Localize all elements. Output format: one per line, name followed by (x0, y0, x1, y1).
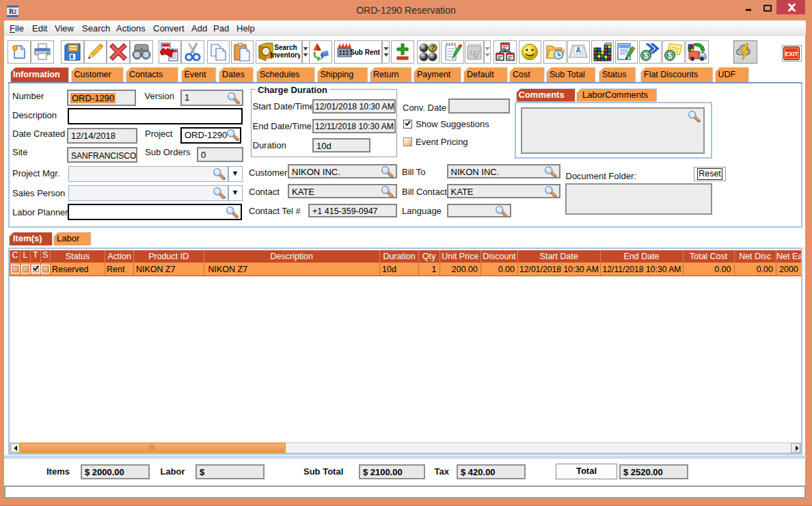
svg-text:A: A (576, 46, 581, 54)
svg-text:$: $ (644, 51, 648, 59)
svg-text:EXIT: EXIT (785, 51, 799, 57)
svg-text:?: ? (431, 44, 435, 52)
svg-text:Inventory: Inventory (270, 51, 300, 59)
svg-text:Search: Search (274, 44, 297, 51)
svg-text:$: $ (668, 51, 672, 59)
svg-text:Sub Rent: Sub Rent (350, 49, 380, 56)
